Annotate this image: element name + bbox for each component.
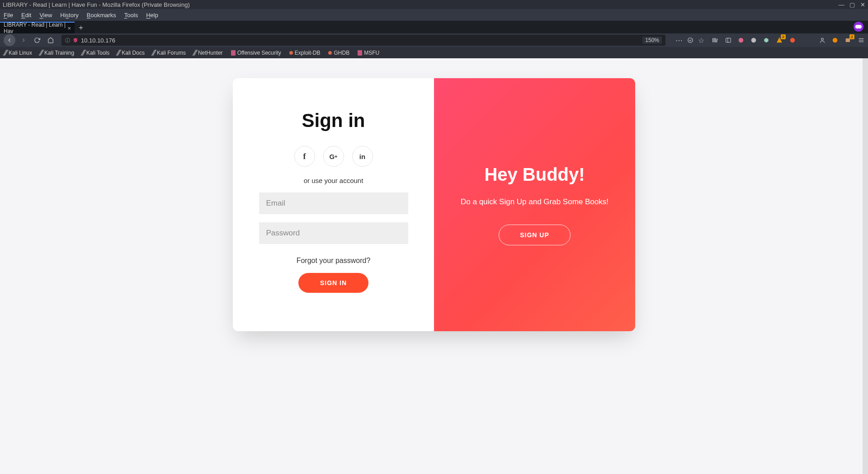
site-info-icon[interactable]: ⓘ — [65, 37, 70, 44]
close-button[interactable]: ✕ — [860, 1, 865, 8]
auth-card: Sign in f G+ in or use your account Forg… — [233, 78, 635, 331]
home-button[interactable] — [45, 35, 56, 46]
menu-tools[interactable]: Tools — [124, 12, 138, 19]
menu-history[interactable]: History — [60, 12, 78, 19]
sign-up-button[interactable]: SIGN UP — [499, 225, 571, 245]
back-button[interactable] — [4, 34, 15, 46]
tab-strip: LIBRARY - Read | Learn | Hav × ＋ — [0, 21, 868, 33]
bookmark-ghdb[interactable]: GHDB — [328, 50, 349, 56]
url-action-icons: ⋯ ☆ — [675, 36, 704, 45]
extension-icon-3[interactable] — [763, 37, 769, 43]
window-title: LIBRARY - Read | Learn | Have Fun - Mozi… — [3, 1, 190, 8]
sign-up-text: Do a quick Sign Up and Grab Some Books! — [461, 197, 609, 206]
menu-bar: File Edit View History Bookmarks Tools H… — [0, 9, 868, 21]
nav-toolbar: ⓘ 10.10.10.176 150% ⋯ ☆ 2 — [0, 33, 868, 47]
maximize-button[interactable]: ▢ — [849, 1, 855, 8]
menu-help[interactable]: Help — [146, 12, 158, 19]
sign-up-heading: Hey Buddy! — [484, 164, 585, 185]
svg-rect-6 — [726, 38, 731, 42]
svg-rect-4 — [715, 38, 716, 42]
bookmark-kali-training[interactable]: Kali Training — [40, 50, 74, 56]
profile-icon[interactable] — [819, 37, 826, 43]
menu-edit[interactable]: Edit — [21, 12, 31, 19]
forgot-password-link[interactable]: Forgot your password? — [297, 257, 371, 265]
bookmark-nethunter[interactable]: NetHunter — [194, 50, 223, 56]
tracking-shield-icon[interactable] — [73, 38, 78, 43]
extension-icon-1[interactable] — [738, 37, 744, 43]
svg-point-8 — [739, 38, 744, 43]
bookmarks-toolbar: Kali Linux Kali Training Kali Tools Kali… — [0, 47, 868, 58]
bookmark-kali-tools[interactable]: Kali Tools — [82, 50, 109, 56]
sign-in-panel: Sign in f G+ in or use your account Forg… — [233, 78, 434, 331]
page-content: Sign in f G+ in or use your account Forg… — [0, 58, 868, 474]
bookmark-kali-linux[interactable]: Kali Linux — [5, 50, 32, 56]
extension-icon-7[interactable]: 2 — [844, 37, 852, 44]
new-tab-button[interactable]: ＋ — [75, 22, 87, 33]
sign-in-button[interactable]: SIGN IN — [298, 273, 368, 293]
url-text: 10.10.10.176 — [81, 37, 115, 44]
toolbar-right-icons: 2 2 — [712, 37, 864, 44]
svg-point-1 — [688, 38, 693, 43]
url-bar[interactable]: ⓘ 10.10.10.176 150% — [61, 35, 665, 46]
bookmark-offensive-security[interactable]: Offensive Security — [231, 50, 281, 56]
hamburger-menu-icon[interactable] — [858, 37, 864, 43]
email-field[interactable] — [259, 192, 408, 214]
svg-point-12 — [833, 38, 838, 43]
alt-signin-text: or use your account — [304, 177, 363, 184]
sidebar-icon[interactable] — [725, 37, 731, 43]
svg-point-10 — [790, 38, 795, 43]
extension-icon-2[interactable] — [750, 37, 757, 43]
extension-icon-4[interactable]: 2 — [776, 37, 783, 44]
bookmark-star-icon[interactable]: ☆ — [698, 36, 704, 45]
password-field[interactable] — [259, 222, 408, 244]
menu-view[interactable]: View — [39, 12, 52, 19]
window-controls: — ▢ ✕ — [835, 1, 865, 8]
bookmark-kali-forums[interactable]: Kali Forums — [153, 50, 186, 56]
window-titlebar: LIBRARY - Read | Learn | Have Fun - Mozi… — [0, 0, 868, 9]
browser-tab[interactable]: LIBRARY - Read | Learn | Hav × — [0, 22, 75, 33]
minimize-button[interactable]: — — [839, 1, 844, 8]
tracking-status-icon[interactable] — [687, 37, 693, 43]
social-login-row: f G+ in — [294, 146, 373, 167]
library-icon[interactable] — [712, 37, 719, 43]
extension-icon-6[interactable] — [832, 37, 838, 43]
forward-button[interactable] — [18, 35, 29, 46]
svg-point-9 — [751, 38, 756, 43]
zoom-indicator[interactable]: 150% — [642, 37, 662, 44]
bookmark-msfu[interactable]: MSFU — [358, 50, 379, 56]
private-browsing-icon — [854, 22, 863, 32]
bookmark-exploit-db[interactable]: Exploit-DB — [289, 50, 321, 56]
reload-button[interactable] — [32, 35, 42, 46]
page-actions-icon[interactable]: ⋯ — [675, 36, 683, 45]
sign-up-panel: Hey Buddy! Do a quick Sign Up and Grab S… — [434, 78, 635, 331]
linkedin-login-icon[interactable]: in — [352, 146, 373, 167]
facebook-login-icon[interactable]: f — [294, 146, 315, 167]
tab-close-icon[interactable]: × — [67, 25, 71, 32]
menu-file[interactable]: File — [4, 12, 13, 19]
sign-in-heading: Sign in — [302, 110, 365, 131]
tab-title: LIBRARY - Read | Learn | Hav — [4, 22, 67, 34]
svg-rect-2 — [712, 38, 713, 42]
svg-rect-3 — [714, 38, 715, 42]
vertical-scrollbar[interactable] — [863, 58, 868, 474]
extension-icon-5[interactable] — [789, 37, 796, 43]
svg-rect-5 — [716, 38, 717, 42]
googleplus-login-icon[interactable]: G+ — [323, 146, 344, 167]
svg-point-11 — [821, 38, 824, 40]
menu-bookmarks[interactable]: Bookmarks — [87, 12, 116, 19]
bookmark-kali-docs[interactable]: Kali Docs — [118, 50, 145, 56]
